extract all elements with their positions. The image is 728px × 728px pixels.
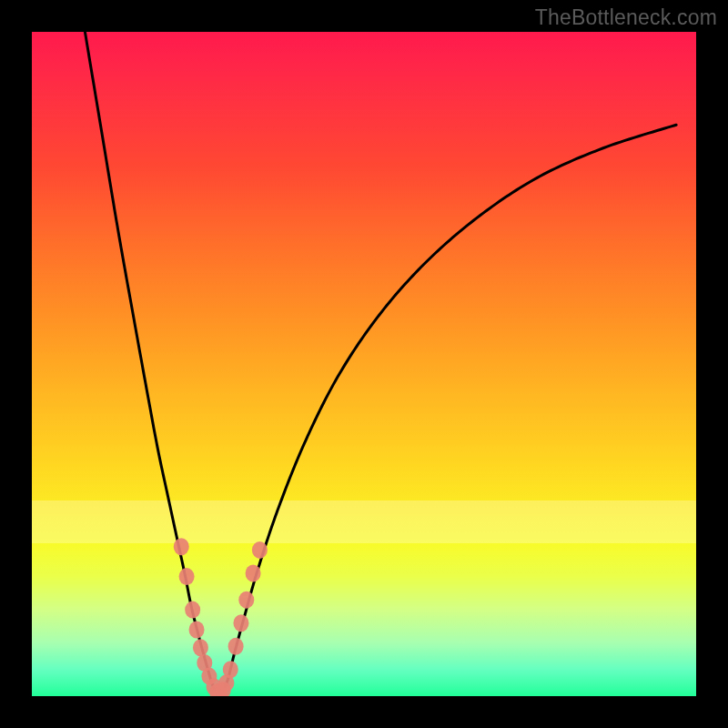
marker-point xyxy=(174,538,189,555)
marker-point xyxy=(252,541,268,559)
right-curve xyxy=(221,125,676,694)
marker-point xyxy=(238,592,254,609)
marker-point xyxy=(193,639,208,656)
marker-point xyxy=(233,614,248,632)
marker-point xyxy=(179,568,195,585)
marker-point xyxy=(185,602,200,619)
marker-point xyxy=(223,661,238,678)
marker-point xyxy=(246,564,261,581)
chart-frame: TheBottleneck.com xyxy=(0,0,728,728)
watermark-text: TheBottleneck.com xyxy=(535,5,717,30)
marker-point xyxy=(189,622,205,639)
right-curve-path xyxy=(221,125,676,694)
left-curve-path xyxy=(85,32,217,695)
curves-layer xyxy=(32,32,696,696)
left-curve xyxy=(85,32,217,695)
marker-points xyxy=(174,538,268,696)
plot-area xyxy=(32,32,696,696)
marker-point xyxy=(228,638,244,655)
